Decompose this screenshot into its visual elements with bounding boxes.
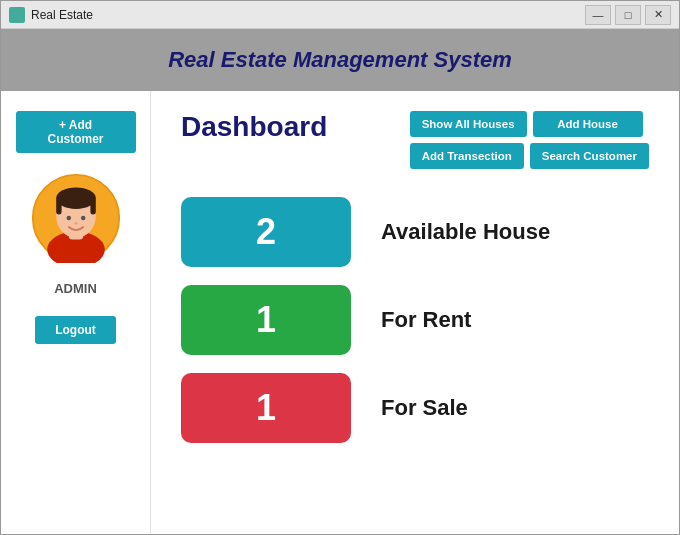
button-row-2: Add Transection Search Customer	[410, 143, 649, 169]
dashboard: Dashboard Show All Houses Add House Add …	[151, 91, 679, 534]
svg-rect-6	[90, 198, 95, 214]
admin-label: ADMIN	[54, 281, 97, 296]
action-buttons: Show All Houses Add House Add Transectio…	[410, 111, 649, 169]
search-customer-button[interactable]: Search Customer	[530, 143, 649, 169]
available-house-label: Available House	[381, 219, 550, 245]
close-button[interactable]: ✕	[645, 5, 671, 25]
window-controls: — □ ✕	[585, 5, 671, 25]
avatar	[31, 173, 121, 263]
add-house-button[interactable]: Add House	[533, 111, 643, 137]
minimize-button[interactable]: —	[585, 5, 611, 25]
window-title: Real Estate	[31, 8, 585, 22]
svg-point-8	[80, 216, 85, 221]
for-sale-label: For Sale	[381, 395, 468, 421]
add-customer-button[interactable]: + Add Customer	[16, 111, 136, 153]
maximize-button[interactable]: □	[615, 5, 641, 25]
add-transaction-button[interactable]: Add Transection	[410, 143, 524, 169]
for-rent-card: 1	[181, 285, 351, 355]
dashboard-header: Dashboard Show All Houses Add House Add …	[181, 111, 649, 169]
available-house-value: 2	[256, 211, 276, 253]
for-rent-value: 1	[256, 299, 276, 341]
sidebar: + Add Customer	[1, 91, 151, 534]
app-title: Real Estate Management System	[168, 47, 512, 72]
svg-point-4	[56, 187, 96, 209]
svg-rect-5	[56, 198, 61, 214]
app-icon	[9, 7, 25, 23]
logout-button[interactable]: Logout	[35, 316, 116, 344]
main-content: + Add Customer	[1, 91, 679, 534]
svg-point-7	[66, 216, 71, 221]
for-sale-card: 1	[181, 373, 351, 443]
svg-point-9	[74, 222, 78, 225]
header-banner: Real Estate Management System	[1, 29, 679, 91]
button-row-1: Show All Houses Add House	[410, 111, 649, 137]
stat-row-available: 2 Available House	[181, 197, 649, 267]
stats-area: 2 Available House 1 For Rent 1 For Sale	[181, 197, 649, 443]
for-rent-label: For Rent	[381, 307, 471, 333]
title-bar: Real Estate — □ ✕	[1, 1, 679, 29]
for-sale-value: 1	[256, 387, 276, 429]
show-all-houses-button[interactable]: Show All Houses	[410, 111, 527, 137]
stat-row-rent: 1 For Rent	[181, 285, 649, 355]
app-window: Real Estate — □ ✕ Real Estate Management…	[0, 0, 680, 535]
dashboard-title: Dashboard	[181, 111, 327, 143]
available-house-card: 2	[181, 197, 351, 267]
stat-row-sale: 1 For Sale	[181, 373, 649, 443]
